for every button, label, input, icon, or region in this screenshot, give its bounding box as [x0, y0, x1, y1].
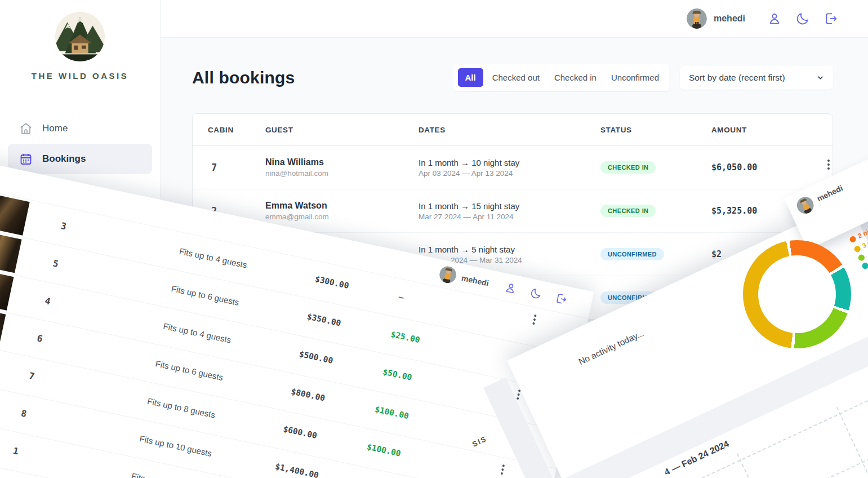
duration-donut [743, 240, 851, 348]
status-badge: UNCONFIRMED [600, 248, 664, 260]
logout-icon [824, 11, 838, 26]
booking-duration: In 1 month → 10 night stay [419, 158, 600, 167]
row-menu-button[interactable] [827, 160, 830, 162]
cabin-discount: $25.00 [390, 330, 421, 345]
logo-icon [50, 11, 110, 64]
cabin-capacity: Fits up to 8 guests [146, 396, 216, 420]
guest-name: Nina Williams [265, 157, 419, 167]
cabin-capacity: Fits up to 6 guests [154, 358, 224, 382]
booking-dates: Mar 27 2024 — Apr 11 2024 [419, 213, 600, 221]
cabin-number: 8 [20, 408, 28, 419]
cabin-price: $1,400.00 [274, 462, 319, 478]
cabin-number: 5 [52, 258, 59, 269]
col-header-dates: DATES [419, 126, 600, 134]
cabin-capacity: Fits up to 10 guests [139, 433, 213, 458]
guest-email: emma@gmail.com [265, 213, 419, 221]
cabin-capacity: Fits up to 2 guests [131, 471, 200, 478]
filter-checked-in[interactable]: Checked in [549, 68, 602, 87]
col-header-status: STATUS [600, 126, 711, 134]
cabin-discount: — [398, 292, 404, 302]
user-icon-button[interactable] [767, 11, 782, 26]
chevron-down-icon [817, 74, 824, 81]
row-menu-button [502, 464, 505, 467]
sort-value: Sort by date (recent first) [689, 73, 785, 83]
username: mehedi [461, 273, 489, 288]
logo: THE WILD OASIS [0, 11, 160, 81]
cabin-price: $300.00 [314, 275, 350, 290]
booking-duration: In 1 month → 15 night stay [419, 201, 600, 211]
user-icon [767, 11, 782, 26]
today-activity-message: No activity today... [577, 328, 646, 367]
col-header-cabin: CABIN [208, 126, 265, 134]
cabin-number: 3 [60, 220, 67, 232]
table-header-row: CABIN GUEST DATES STATUS AMOUNT [193, 114, 833, 146]
avatar [438, 265, 458, 285]
app-header: mehedi [161, 0, 868, 38]
logout-button[interactable] [823, 11, 839, 26]
status-badge: CHECKED IN [600, 161, 656, 174]
sidebar-item-home[interactable]: Home [8, 113, 152, 144]
cabin-discount: $100.00 [366, 442, 402, 458]
cabin-discount: $100.00 [374, 405, 409, 421]
user-icon [501, 278, 520, 297]
table-row[interactable]: 7 Nina Williams nina@hotmail.com In 1 mo… [193, 146, 833, 189]
sidebar-item-bookings[interactable]: Bookings [8, 144, 152, 174]
cabin-price: $600.00 [282, 424, 318, 440]
logo-title: THE WILD OASIS [0, 71, 160, 81]
sidebar-item-label: Home [42, 123, 68, 134]
cabin-price: $350.00 [306, 312, 342, 327]
moon-icon [795, 11, 810, 26]
cabin-capacity: Fits up to 6 guests [171, 284, 240, 307]
cabin-number: 6 [36, 333, 43, 344]
username: mehedi [714, 14, 745, 24]
guest-email: nina@hotmail.com [265, 169, 419, 178]
screenshot-collage: THE WILD OASIS Home [0, 0, 868, 478]
cabin-capacity: Fits up to 4 guests [179, 246, 248, 269]
cabin-number: 7 [28, 370, 35, 382]
guest-name: Emma Watson [265, 201, 419, 211]
booking-duration: In 1 month → 5 night stay [419, 245, 600, 254]
sort-select[interactable]: Sort by date (recent first) [680, 66, 833, 90]
filter-all[interactable]: All [458, 68, 483, 87]
moon-icon [527, 284, 545, 303]
row-menu-button [534, 315, 537, 317]
filter-checked-out[interactable]: Checked out [487, 68, 545, 87]
status-filter: All Checked out Checked in Unconfirmed [453, 64, 670, 91]
cabin-discount: $50.00 [382, 367, 413, 382]
dark-mode-button[interactable] [795, 11, 811, 26]
booking-amount: $6,050.00 [711, 162, 824, 172]
status-badge: CHECKED IN [600, 205, 656, 217]
cabin-price: $800.00 [290, 387, 326, 402]
page-title: All bookings [192, 68, 295, 87]
avatar [687, 8, 707, 29]
cabin-number: 1 [12, 445, 19, 457]
cabin-price: $500.00 [299, 349, 334, 365]
logout-icon [552, 290, 571, 308]
cabin-capacity: Fits up to 4 guests [162, 321, 232, 345]
col-header-guest: GUEST [265, 126, 419, 134]
avatar [794, 194, 817, 216]
calendar-icon [19, 152, 33, 166]
filter-unconfirmed[interactable]: Unconfirmed [606, 68, 665, 87]
sidebar-item-label: Bookings [42, 153, 86, 165]
table-row[interactable]: 2 Emma Watson emma@gmail.com In 1 month … [193, 189, 833, 233]
col-header-amount: AMOUNT [711, 126, 824, 134]
username: mehedi [816, 183, 844, 203]
cabin-number: 4 [44, 295, 51, 307]
sidebar-nav: Home Bookings [0, 113, 160, 174]
cabin-number: 7 [208, 162, 265, 173]
home-icon [19, 122, 33, 135]
booking-dates: Apr 03 2024 — Apr 13 2024 [419, 169, 600, 178]
